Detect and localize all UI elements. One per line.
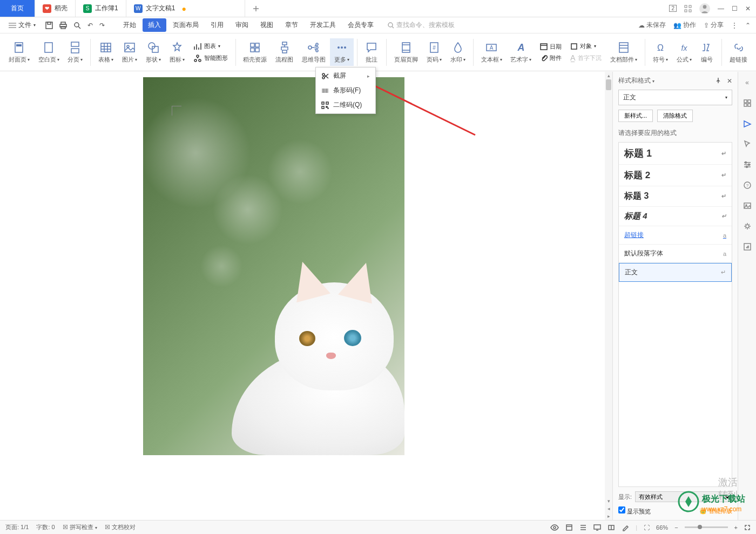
current-style-select[interactable]: 正文▾ — [618, 90, 732, 105]
tab-sections[interactable]: 章节 — [280, 18, 303, 32]
picture-button[interactable]: 图片▾ — [118, 38, 141, 66]
scroll-up-icon[interactable]: ▴ — [605, 72, 612, 79]
tab-developer[interactable]: 开发工具 — [305, 18, 341, 32]
comment-button[interactable]: 批注 — [361, 38, 383, 66]
edit-mode-icon[interactable] — [622, 524, 629, 531]
screenshot-item[interactable]: 截屏 ▸ — [316, 69, 375, 83]
docparts-button[interactable]: 文档部件▾ — [606, 38, 642, 66]
more-button[interactable]: 更多▾ — [330, 38, 354, 66]
pin-icon[interactable] — [715, 77, 721, 85]
view-web-icon[interactable] — [593, 524, 601, 531]
watermark-button[interactable]: 水印▾ — [446, 38, 470, 66]
zoom-slider[interactable] — [685, 526, 728, 528]
prev-page-icon[interactable]: ◂ — [605, 505, 612, 512]
qrcode-item[interactable]: 二维码(Q) — [316, 98, 375, 112]
side-styles-icon[interactable] — [742, 118, 753, 129]
textbox-button[interactable]: A文本框▾ — [477, 38, 507, 66]
word-count[interactable]: 字数: 0 — [36, 523, 55, 531]
smartart-button[interactable]: 智能图形 — [191, 53, 230, 64]
zoom-value[interactable]: 66% — [656, 524, 668, 531]
clear-format-button[interactable]: 清除格式 — [657, 110, 693, 122]
cover-page-button[interactable]: 封面页▾ — [4, 38, 34, 66]
view-outline-icon[interactable] — [579, 524, 587, 531]
next-page-icon[interactable]: ▸ — [605, 512, 612, 520]
more-icon[interactable]: ⋮ — [731, 22, 738, 29]
side-image-icon[interactable] — [742, 200, 753, 211]
spellcheck-toggle[interactable]: ☒ 拼写检查 ▾ — [63, 523, 97, 531]
tab-member[interactable]: 会员专享 — [342, 18, 379, 32]
shape-button[interactable]: 形状▾ — [141, 38, 165, 66]
preview-checkbox[interactable]: 显示预览 — [618, 506, 651, 516]
tab-start[interactable]: 开始 — [118, 18, 141, 32]
minimize-button[interactable]: — — [718, 5, 724, 12]
eye-icon[interactable] — [550, 523, 559, 532]
attachment-button[interactable]: 附件 — [538, 53, 564, 63]
tab-review[interactable]: 审阅 — [230, 18, 254, 32]
style-heading2[interactable]: 标题 2↵ — [619, 165, 732, 186]
chart-button[interactable]: 图表▾ — [191, 41, 230, 52]
scroll-down-icon[interactable]: ▾ — [605, 497, 612, 505]
view-read-icon[interactable] — [608, 524, 615, 531]
wordart-button[interactable]: A艺术字▾ — [506, 38, 536, 66]
tab-docer[interactable]: ❤稻壳 — [35, 0, 76, 17]
print-icon[interactable] — [59, 22, 67, 29]
panel-title[interactable]: 样式和格式 ▾ — [618, 76, 654, 85]
dropcap-button[interactable]: A̲首字下沉 — [568, 52, 604, 63]
new-style-button[interactable]: 新样式... — [618, 110, 653, 122]
redo-icon[interactable]: ↷ — [99, 22, 105, 29]
side-help-icon[interactable]: ? — [742, 180, 753, 191]
style-default-font[interactable]: 默认段落字体a — [619, 245, 732, 263]
layout-switch[interactable]: 2 — [669, 5, 677, 12]
tab-document[interactable]: W文字文稿1● — [126, 0, 245, 17]
style-body[interactable]: 正文↵ — [619, 263, 732, 282]
page-break-button[interactable]: 分页▾ — [63, 38, 87, 66]
zoom-in-button[interactable]: + — [734, 524, 738, 531]
tab-insert[interactable]: 插入 — [143, 18, 166, 32]
barcode-item[interactable]: 条形码(F) — [316, 83, 375, 98]
zoom-out-button[interactable]: − — [674, 524, 678, 531]
fullscreen-icon[interactable] — [744, 524, 751, 531]
page-number-button[interactable]: #页码▾ — [422, 38, 446, 66]
header-footer-button[interactable]: 页眉页脚 — [390, 38, 422, 66]
tab-references[interactable]: 引用 — [205, 18, 229, 32]
collapse-ribbon-icon[interactable]: ⌃ — [745, 22, 751, 29]
collab-button[interactable]: 👥 协作 — [673, 21, 696, 30]
tab-add[interactable] — [245, 0, 267, 17]
tab-home[interactable]: 首页 — [0, 0, 35, 17]
style-heading3[interactable]: 标题 3↵ — [619, 186, 732, 207]
undo-icon[interactable]: ↶ — [87, 22, 93, 29]
share-button[interactable]: ⇪ 分享 — [704, 21, 724, 30]
save-icon[interactable] — [45, 22, 53, 29]
file-menu[interactable]: 文件▾ — [5, 19, 39, 31]
side-gear-icon[interactable] — [742, 221, 753, 232]
flowchart-button[interactable]: 流程图 — [271, 38, 298, 66]
preview-icon[interactable] — [73, 22, 81, 29]
smart-layout-button[interactable]: 👑 智能排版 — [699, 507, 732, 515]
close-button[interactable]: ✕ — [745, 5, 751, 12]
maximize-button[interactable]: ☐ — [732, 5, 738, 12]
side-settings-icon[interactable] — [742, 159, 753, 170]
tab-layout[interactable]: 页面布局 — [167, 18, 204, 32]
side-select-icon[interactable] — [742, 139, 753, 150]
side-grid-icon[interactable] — [742, 98, 753, 109]
show-select[interactable]: 有效样式 — [635, 491, 732, 502]
close-panel-icon[interactable]: ✕ — [727, 77, 732, 85]
hyperlink-button[interactable]: 超链接 — [725, 38, 752, 66]
tab-view[interactable]: 视图 — [255, 18, 279, 32]
number-button[interactable]: 编号 — [696, 38, 718, 66]
icon-button[interactable]: 图标▾ — [165, 38, 189, 66]
style-hyperlink[interactable]: 超链接a — [619, 226, 732, 245]
command-search[interactable]: 查找命令、搜索模板 — [388, 21, 455, 30]
view-print-icon[interactable] — [565, 524, 573, 531]
proofread-toggle[interactable]: ☒ 文档校对 — [105, 523, 136, 531]
apps-icon[interactable] — [684, 5, 692, 12]
vertical-scrollbar[interactable]: ▴ ▾ ◂ ▸ — [605, 72, 612, 520]
date-button[interactable]: 日期 — [538, 42, 564, 52]
mindmap-button[interactable]: 思维导图 — [298, 38, 330, 66]
formula-button[interactable]: fx公式▾ — [672, 38, 696, 66]
scroll-thumb[interactable] — [606, 79, 611, 90]
side-collapse-icon[interactable]: « — [742, 77, 753, 88]
side-external-icon[interactable] — [742, 241, 753, 252]
symbol-button[interactable]: Ω符号▾ — [649, 38, 672, 66]
resource-button[interactable]: 稻壳资源 — [239, 38, 272, 66]
